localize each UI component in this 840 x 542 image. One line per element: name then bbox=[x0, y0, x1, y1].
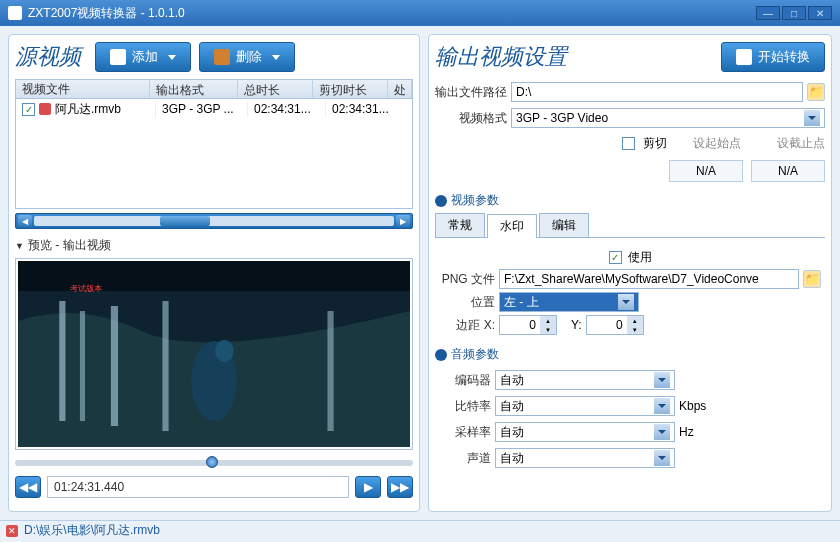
seek-knob[interactable] bbox=[206, 456, 218, 468]
trim-end-value[interactable]: N/A bbox=[751, 160, 825, 182]
chevron-down-icon bbox=[618, 294, 634, 310]
row-cut: 02:34:31... bbox=[326, 102, 404, 116]
playback-time: 01:24:31.440 bbox=[47, 476, 349, 498]
margin-x-spinner[interactable]: ▲▼ bbox=[499, 315, 557, 335]
video-fmt-select[interactable]: 3GP - 3GP Video bbox=[511, 108, 825, 128]
output-panel: 输出视频设置 开始转换 输出文件路径 📁 视频格式 3GP - 3GP Vide… bbox=[428, 34, 832, 512]
tab-normal[interactable]: 常规 bbox=[435, 213, 485, 237]
png-file-input[interactable] bbox=[499, 269, 799, 289]
use-watermark-label: 使用 bbox=[628, 249, 652, 266]
next-button[interactable]: ▶▶ bbox=[387, 476, 413, 498]
col-proc-header[interactable]: 处 bbox=[388, 80, 412, 98]
table-row[interactable]: ✓ 阿凡达.rmvb 3GP - 3GP ... 02:34:31... 02:… bbox=[16, 99, 412, 119]
music-note-icon bbox=[435, 195, 447, 207]
col-file-header[interactable]: 视频文件 bbox=[16, 80, 150, 98]
trim-checkbox[interactable] bbox=[622, 137, 635, 150]
convert-icon bbox=[736, 49, 752, 65]
start-convert-button[interactable]: 开始转换 bbox=[721, 42, 825, 72]
output-panel-title: 输出视频设置 bbox=[435, 42, 567, 72]
svg-rect-5 bbox=[162, 301, 168, 431]
output-path-input[interactable] bbox=[511, 82, 803, 102]
channel-select[interactable]: 自动 bbox=[495, 448, 675, 468]
folder-icon bbox=[110, 49, 126, 65]
row-fmt: 3GP - 3GP ... bbox=[156, 102, 248, 116]
set-start-label: 设起始点 bbox=[693, 135, 741, 152]
prev-button[interactable]: ◀◀ bbox=[15, 476, 41, 498]
svg-point-8 bbox=[215, 340, 234, 362]
close-button[interactable]: ✕ bbox=[808, 6, 832, 20]
encoder-select[interactable]: 自动 bbox=[495, 370, 675, 390]
col-dur-header[interactable]: 总时长 bbox=[238, 80, 313, 98]
minimize-button[interactable]: — bbox=[756, 6, 780, 20]
grid-header: 视频文件 输出格式 总时长 剪切时长 处 bbox=[15, 79, 413, 99]
channel-label: 声道 bbox=[435, 450, 491, 467]
margin-y-spinner[interactable]: ▲▼ bbox=[586, 315, 644, 335]
samplerate-unit: Hz bbox=[679, 425, 694, 439]
preview-content: 考试版本 bbox=[18, 261, 410, 447]
audio-params-head: 音频参数 bbox=[435, 346, 825, 363]
row-dur: 02:34:31... bbox=[248, 102, 326, 116]
svg-text:考试版本: 考试版本 bbox=[70, 284, 102, 293]
app-icon bbox=[8, 6, 22, 20]
use-watermark-checkbox[interactable]: ✓ bbox=[609, 251, 622, 264]
margin-x-label: 边距 X: bbox=[439, 317, 495, 334]
chevron-down-icon bbox=[168, 55, 176, 60]
chevron-down-icon bbox=[272, 55, 280, 60]
play-button[interactable]: ▶ bbox=[355, 476, 381, 498]
source-panel: 源视频 添加 删除 视频文件 输出格式 总时长 剪切时长 处 ✓ bbox=[8, 34, 420, 512]
svg-rect-6 bbox=[327, 311, 333, 431]
seek-bar[interactable] bbox=[15, 460, 413, 466]
status-path: D:\娱乐\电影\阿凡达.rmvb bbox=[24, 522, 160, 539]
grid-body[interactable]: ✓ 阿凡达.rmvb 3GP - 3GP ... 02:34:31... 02:… bbox=[15, 99, 413, 209]
window-title: ZXT2007视频转换器 - 1.0.1.0 bbox=[28, 5, 185, 22]
status-close-icon[interactable]: ✕ bbox=[6, 525, 18, 537]
status-bar: ✕ D:\娱乐\电影\阿凡达.rmvb bbox=[0, 520, 840, 540]
broom-icon bbox=[214, 49, 230, 65]
scroll-right-button[interactable]: ▶ bbox=[396, 215, 410, 227]
svg-rect-3 bbox=[80, 311, 85, 421]
svg-rect-4 bbox=[111, 306, 118, 426]
add-button[interactable]: 添加 bbox=[95, 42, 191, 72]
scroll-track[interactable] bbox=[34, 216, 394, 226]
maximize-button[interactable]: □ bbox=[782, 6, 806, 20]
bitrate-unit: Kbps bbox=[679, 399, 706, 413]
remove-button[interactable]: 删除 bbox=[199, 42, 295, 72]
video-fmt-label: 视频格式 bbox=[435, 110, 507, 127]
bitrate-select[interactable]: 自动 bbox=[495, 396, 675, 416]
video-params-head: 视频参数 bbox=[435, 192, 825, 209]
scroll-left-button[interactable]: ◀ bbox=[18, 215, 32, 227]
col-cut-header[interactable]: 剪切时长 bbox=[313, 80, 388, 98]
file-icon bbox=[39, 103, 51, 115]
source-panel-title: 源视频 bbox=[15, 42, 81, 72]
chevron-down-icon bbox=[804, 110, 820, 126]
tab-watermark[interactable]: 水印 bbox=[487, 214, 537, 238]
grid-hscroll[interactable]: ◀ ▶ bbox=[15, 213, 413, 229]
encoder-label: 编码器 bbox=[435, 372, 491, 389]
browse-output-button[interactable]: 📁 bbox=[807, 83, 825, 101]
png-file-label: PNG 文件 bbox=[439, 271, 495, 288]
samplerate-select[interactable]: 自动 bbox=[495, 422, 675, 442]
add-button-label: 添加 bbox=[132, 48, 158, 66]
music-note-icon bbox=[435, 349, 447, 361]
trim-start-value[interactable]: N/A bbox=[669, 160, 743, 182]
video-params-tabs: 常规 水印 编辑 bbox=[435, 213, 825, 238]
tab-edit[interactable]: 编辑 bbox=[539, 213, 589, 237]
output-path-label: 输出文件路径 bbox=[435, 84, 507, 101]
scroll-thumb[interactable] bbox=[160, 216, 210, 226]
position-label: 位置 bbox=[439, 294, 495, 311]
margin-y-label: Y: bbox=[571, 318, 582, 332]
remove-button-label: 删除 bbox=[236, 48, 262, 66]
samplerate-label: 采样率 bbox=[435, 424, 491, 441]
preview-video[interactable]: 考试版本 bbox=[18, 261, 410, 447]
set-end-label: 设截止点 bbox=[777, 135, 825, 152]
titlebar: ZXT2007视频转换器 - 1.0.1.0 — □ ✕ bbox=[0, 0, 840, 26]
svg-rect-2 bbox=[59, 301, 65, 421]
bitrate-label: 比特率 bbox=[435, 398, 491, 415]
start-convert-label: 开始转换 bbox=[758, 48, 810, 66]
preview-label: ▼ 预览 - 输出视频 bbox=[15, 237, 413, 254]
row-checkbox[interactable]: ✓ bbox=[22, 103, 35, 116]
browse-png-button[interactable]: 📁 bbox=[803, 270, 821, 288]
position-select[interactable]: 左 - 上 bbox=[499, 292, 639, 312]
col-fmt-header[interactable]: 输出格式 bbox=[150, 80, 238, 98]
row-filename: 阿凡达.rmvb bbox=[55, 101, 121, 118]
